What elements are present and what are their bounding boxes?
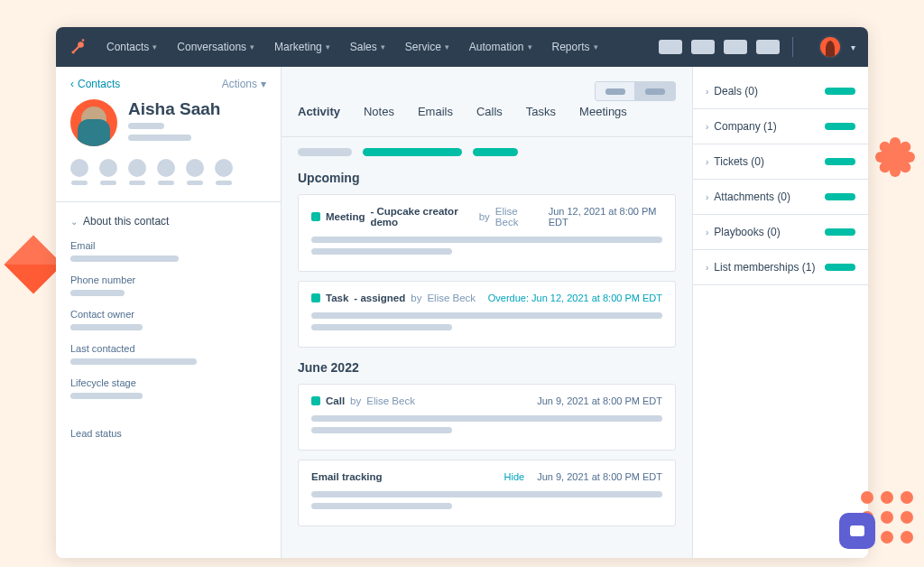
content-body: ‹Contacts Actions▾ Aisha Saah ⌄ xyxy=(56,67,868,558)
card-overdue: Overdue: Jun 12, 2021 at 8:00 PM EDT xyxy=(488,293,662,303)
nav-marketing[interactable]: Marketing▾ xyxy=(267,35,337,59)
chevron-down-icon: ⌄ xyxy=(70,217,78,227)
placeholder-line xyxy=(311,324,452,330)
chevron-right-icon: › xyxy=(706,122,708,132)
activity-tabs: Activity Notes Emails Calls Tasks Meetin… xyxy=(298,105,676,125)
field-value-email[interactable] xyxy=(70,256,179,262)
quick-action-5[interactable] xyxy=(186,159,204,185)
field-label-last: Last contacted xyxy=(70,343,266,354)
view-toggle-option-1[interactable] xyxy=(596,82,635,100)
chat-widget-icon[interactable] xyxy=(839,513,875,549)
tab-activity[interactable]: Activity xyxy=(298,105,340,118)
decoration-diamond xyxy=(4,235,62,293)
nav-contacts[interactable]: Contacts▾ xyxy=(99,35,164,59)
section-month: June 2022 xyxy=(298,360,676,375)
filter-chip-active[interactable] xyxy=(363,148,462,156)
chevron-down-icon: ▾ xyxy=(594,42,598,51)
sidebar-card-deals[interactable]: ›Deals (0) xyxy=(693,74,868,109)
placeholder-line xyxy=(128,135,191,141)
action-icon xyxy=(215,159,233,177)
chevron-down-icon: ▾ xyxy=(381,42,385,51)
placeholder-line xyxy=(128,123,164,129)
placeholder-line xyxy=(311,237,662,243)
filter-chip-active[interactable] xyxy=(473,148,518,156)
action-icon xyxy=(157,159,175,177)
add-button[interactable] xyxy=(825,264,855,271)
add-button[interactable] xyxy=(825,228,855,236)
card-type: Meeting xyxy=(326,211,365,222)
chevron-down-icon: ▾ xyxy=(152,42,157,51)
center-panel: Activity Notes Emails Calls Tasks Meetin… xyxy=(282,67,692,558)
field-value-owner[interactable] xyxy=(70,324,143,330)
activity-card-email-tracking[interactable]: Email tracking Hide Jun 9, 2021 at 8:00 … xyxy=(298,460,676,526)
left-panel: ‹Contacts Actions▾ Aisha Saah ⌄ xyxy=(56,67,282,558)
placeholder-line xyxy=(311,415,662,422)
nav-sales[interactable]: Sales▾ xyxy=(343,35,393,59)
card-type: Call xyxy=(326,395,345,406)
tab-notes[interactable]: Notes xyxy=(364,105,394,118)
sidebar-card-company[interactable]: ›Company (1) xyxy=(693,109,868,144)
chevron-down-icon[interactable]: ▾ xyxy=(851,42,855,52)
add-button[interactable] xyxy=(825,158,855,165)
quick-action-1[interactable] xyxy=(70,159,88,185)
field-label-email: Email xyxy=(70,240,266,251)
quick-action-4[interactable] xyxy=(157,159,175,185)
actions-menu[interactable]: Actions▾ xyxy=(222,78,266,90)
nav-automation[interactable]: Automation▾ xyxy=(462,35,540,59)
nav-action-3[interactable] xyxy=(724,40,747,54)
tab-calls[interactable]: Calls xyxy=(476,105,503,118)
action-icon xyxy=(99,159,117,177)
add-button[interactable] xyxy=(825,88,855,95)
chevron-down-icon: ▾ xyxy=(261,78,266,90)
card-type: Task xyxy=(326,293,348,303)
activity-card-meeting[interactable]: Meeting - Cupcake creator demo by Elise … xyxy=(298,194,676,272)
sidebar-card-playbooks[interactable]: ›Playbooks (0) xyxy=(693,215,868,250)
card-title: Email tracking xyxy=(311,471,383,482)
nav-action-1[interactable] xyxy=(659,40,682,54)
field-value-last[interactable] xyxy=(70,358,197,365)
card-date: Jun 9, 2021 at 8:00 PM EDT xyxy=(537,471,662,482)
add-button[interactable] xyxy=(825,123,855,130)
tab-emails[interactable]: Emails xyxy=(418,105,453,118)
field-value-phone[interactable] xyxy=(70,290,125,296)
add-button[interactable] xyxy=(825,193,855,200)
sidebar-card-tickets[interactable]: ›Tickets (0) xyxy=(693,144,868,180)
filter-chip[interactable] xyxy=(298,148,352,156)
chevron-right-icon: › xyxy=(706,228,708,237)
field-value-stage[interactable] xyxy=(70,393,143,399)
contact-avatar[interactable] xyxy=(70,99,117,146)
nav-service[interactable]: Service▾ xyxy=(398,35,457,59)
quick-action-3[interactable] xyxy=(128,159,146,185)
view-toggle[interactable] xyxy=(595,81,676,101)
about-section-toggle[interactable]: ⌄About this contact xyxy=(70,215,266,228)
quick-action-2[interactable] xyxy=(99,159,117,185)
activity-card-call[interactable]: Call by Elise Beck Jun 9, 2021 at 8:00 P… xyxy=(298,384,676,451)
section-upcoming: Upcoming xyxy=(298,171,676,185)
svg-line-1 xyxy=(74,46,79,51)
chevron-right-icon: › xyxy=(706,263,708,273)
nav-action-4[interactable] xyxy=(756,40,780,54)
chevron-left-icon: ‹ xyxy=(70,78,74,90)
field-label-lead: Lead status xyxy=(70,428,266,439)
sidebar-card-lists[interactable]: ›List memberships (1) xyxy=(693,250,868,285)
tab-meetings[interactable]: Meetings xyxy=(579,105,627,118)
sidebar-card-attachments[interactable]: ›Attachments (0) xyxy=(693,180,868,215)
chevron-right-icon: › xyxy=(706,157,708,167)
nav-conversations[interactable]: Conversations▾ xyxy=(170,35,262,59)
activity-type-icon xyxy=(311,396,320,405)
view-toggle-option-2[interactable] xyxy=(635,82,675,100)
hide-button[interactable]: Hide xyxy=(504,471,525,482)
nav-reports[interactable]: Reports▾ xyxy=(545,35,605,59)
action-icon xyxy=(128,159,146,177)
nav-action-2[interactable] xyxy=(691,40,715,54)
chevron-down-icon: ▾ xyxy=(528,42,532,51)
hubspot-logo-icon[interactable] xyxy=(69,37,88,57)
quick-action-6[interactable] xyxy=(215,159,233,185)
activity-card-task[interactable]: Task - assigned by Elise Beck Overdue: J… xyxy=(298,281,676,348)
chevron-down-icon: ▾ xyxy=(250,42,254,51)
user-avatar[interactable] xyxy=(818,35,842,59)
chevron-down-icon: ▾ xyxy=(326,42,330,51)
filter-chips xyxy=(298,148,676,156)
tab-tasks[interactable]: Tasks xyxy=(526,105,556,118)
back-to-contacts[interactable]: ‹Contacts xyxy=(70,78,120,90)
